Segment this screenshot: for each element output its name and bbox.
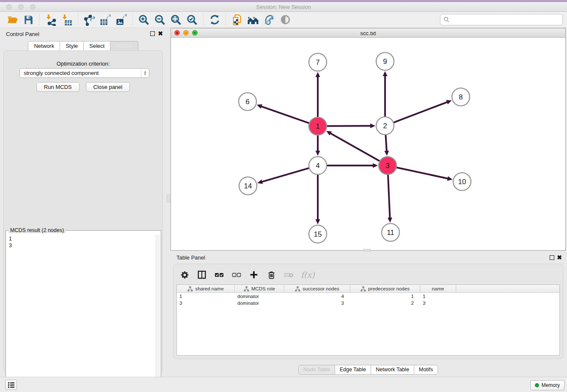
column-header-mcds-role[interactable]: MCDS role	[235, 285, 284, 293]
table-header-row: shared name MCDS role successor nodes pr…	[177, 285, 559, 293]
column-header-predecessor-nodes[interactable]: predecessor nodes	[350, 285, 420, 293]
task-history-button[interactable]	[5, 380, 17, 390]
tab-network[interactable]: Network	[28, 41, 60, 51]
graph-node-label: 8	[459, 93, 462, 101]
status-bar: Memory	[0, 377, 567, 392]
clear-style-icon[interactable]	[263, 14, 275, 26]
graph-node-label: 3	[385, 162, 389, 170]
graph-edge[interactable]	[385, 135, 387, 152]
column-header-successor-nodes[interactable]: successor nodes	[284, 285, 350, 293]
tab-mcds[interactable]: MCDS	[110, 41, 138, 51]
add-column-icon[interactable]	[249, 270, 259, 280]
zoom-selected-icon[interactable]	[186, 14, 198, 26]
cell-name[interactable]: 3	[420, 301, 456, 306]
cell-successor-nodes[interactable]: 3	[284, 301, 350, 306]
panel-splitter-grip[interactable]	[167, 195, 170, 202]
memory-label: Memory	[542, 382, 560, 388]
export-network-icon[interactable]	[83, 14, 96, 26]
refresh-network-icon[interactable]	[208, 14, 221, 26]
table-splitter-grip[interactable]	[363, 249, 371, 251]
edge-arrowhead	[373, 163, 378, 168]
zoom-out-icon[interactable]	[154, 14, 166, 26]
delete-column-icon[interactable]	[266, 270, 276, 280]
edge-arrowhead	[316, 151, 320, 156]
edge-arrowhead	[316, 72, 320, 77]
tab-edge-table[interactable]: Edge Table	[335, 365, 371, 375]
network-window-titlebar[interactable]: ✕ − + scc.txt	[171, 28, 565, 38]
column-header-name[interactable]: name	[420, 285, 456, 293]
import-network-icon[interactable]	[44, 14, 57, 26]
deselect-all-checkboxes-icon[interactable]	[231, 270, 242, 280]
tab-motifs[interactable]: Motifs	[414, 365, 438, 375]
column-header-shared-name[interactable]: shared name	[177, 285, 235, 293]
first-neighbors-icon[interactable]	[247, 14, 259, 26]
zoom-fit-icon[interactable]	[170, 14, 182, 26]
result-scrollbar[interactable]	[156, 235, 160, 390]
close-table-panel-icon[interactable]: ✖	[557, 254, 562, 261]
float-panel-icon[interactable]	[150, 31, 155, 36]
hide-selection-icon[interactable]	[279, 14, 292, 26]
run-mcds-button[interactable]: Run MCDS	[36, 82, 80, 92]
tab-select[interactable]: Select	[84, 41, 110, 51]
tab-node-table[interactable]: Node Table	[298, 365, 335, 375]
edge-arrowhead	[388, 218, 392, 223]
table-row[interactable]: 3 dominator 3 2 3	[177, 300, 559, 306]
copy-network-view-icon[interactable]	[231, 14, 243, 26]
graph-node-label: 10	[458, 178, 466, 186]
network-window-title: scc.txt	[171, 30, 565, 36]
split-view-icon[interactable]	[197, 270, 207, 280]
graph-edge[interactable]	[388, 174, 390, 219]
table-toolbar: f(x)	[179, 267, 315, 282]
graph-edge[interactable]	[330, 133, 380, 161]
close-panel-button[interactable]: Close panel	[86, 82, 130, 92]
cell-predecessor-nodes[interactable]: 1	[350, 294, 420, 299]
table-settings-icon[interactable]	[179, 270, 190, 280]
tab-network-table[interactable]: Network Table	[371, 365, 414, 375]
export-image-icon[interactable]	[115, 14, 128, 26]
tab-style[interactable]: Style	[60, 41, 84, 51]
float-table-panel-icon[interactable]	[550, 255, 554, 260]
graph-node-label: 4	[316, 162, 319, 170]
graph-edge[interactable]	[396, 167, 449, 179]
network-view-window: ✕ − + scc.txt 1234678910111415	[171, 28, 566, 251]
save-session-icon[interactable]	[22, 14, 35, 26]
search-field[interactable]	[440, 14, 563, 25]
graph-edge[interactable]	[327, 126, 372, 126]
edge-arrowhead	[316, 219, 320, 224]
memory-button[interactable]: Memory	[530, 380, 564, 390]
toolbar-separator	[132, 14, 133, 26]
network-graph[interactable]: 1234678910111415	[171, 38, 565, 250]
cell-predecessor-nodes[interactable]: 2	[350, 301, 420, 306]
cell-name[interactable]: 1	[420, 294, 456, 299]
function-builder-disabled-icon: f(x)	[301, 270, 315, 279]
edge-arrowhead	[384, 151, 389, 156]
open-session-icon[interactable]	[6, 14, 19, 26]
zoom-in-icon[interactable]	[138, 14, 150, 26]
search-input[interactable]	[452, 15, 562, 24]
criterion-dropdown-value: strongly connected component	[20, 70, 141, 76]
table-row[interactable]: 1 dominator 4 1 1	[177, 293, 559, 300]
graph-edge[interactable]	[261, 168, 309, 182]
cell-shared-name[interactable]: 3	[177, 301, 235, 306]
export-table-icon[interactable]	[99, 14, 112, 26]
import-table-icon[interactable]	[61, 14, 73, 26]
cell-shared-name[interactable]: 1	[177, 294, 235, 299]
node-table-panel: f(x) shared name MCDS role successor nod…	[173, 264, 563, 359]
table-tabs: Node Table Edge Table Network Table Moti…	[171, 365, 566, 375]
graph-edge[interactable]	[394, 102, 448, 122]
graph-edge[interactable]	[260, 106, 309, 124]
select-all-checkboxes-icon[interactable]	[214, 270, 224, 280]
tree-icon	[187, 286, 193, 292]
cell-mcds-role[interactable]: dominator	[235, 294, 284, 299]
cell-mcds-role[interactable]: dominator	[235, 301, 284, 306]
close-panel-icon[interactable]: ✖	[158, 30, 163, 37]
criterion-dropdown[interactable]: strongly connected component ▲▼	[19, 68, 149, 78]
graph-node-label: 2	[383, 122, 387, 130]
mcds-result-text[interactable]: 1 3	[6, 235, 160, 390]
edge-arrowhead	[447, 176, 453, 181]
cell-successor-nodes[interactable]: 4	[284, 294, 350, 299]
memory-status-icon	[535, 383, 539, 387]
mcds-result-title: MCDS result (2 nodes)	[8, 227, 66, 233]
toolbar-separator	[203, 14, 204, 26]
dropdown-stepper-icon: ▲▼	[141, 69, 149, 77]
